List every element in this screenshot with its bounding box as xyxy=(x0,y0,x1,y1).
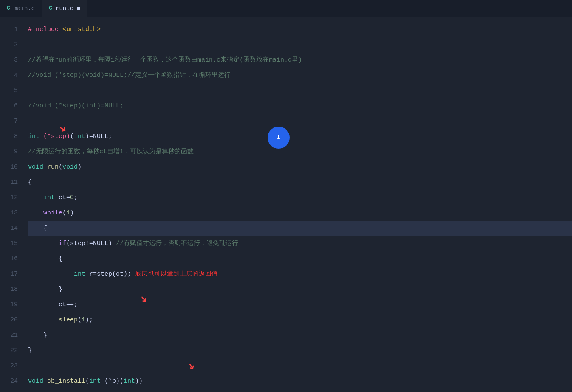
code-line-12: int ct=0; xyxy=(28,190,572,206)
token: ( xyxy=(85,378,89,385)
code-editor[interactable]: #include <unistd.h> //希望在run的循环里，每隔1秒运行一… xyxy=(21,17,572,392)
editor-area: 1 2 3 4 5 6 7 8 9 10 11 12 13 14 15 16 1… xyxy=(0,17,572,392)
line-num-23: 23 xyxy=(5,358,18,374)
code-line-16: { xyxy=(28,251,572,267)
code-line-14: { xyxy=(28,221,572,236)
token: ct= xyxy=(55,194,70,201)
line-num-18: 18 xyxy=(5,282,18,297)
line-num-15: 15 xyxy=(5,236,18,251)
token: )=NULL; xyxy=(85,133,112,140)
line-num-2: 2 xyxy=(5,37,18,53)
token: (step!=NULL) xyxy=(66,240,116,247)
line-num-1: 1 xyxy=(5,22,18,37)
token: 1 xyxy=(66,209,70,217)
token: <unistd.h> xyxy=(62,26,101,33)
token: void xyxy=(62,164,78,171)
token: //void (*step)(void)=NULL;//定义一个函数指针，在循环… xyxy=(28,72,231,79)
token: run xyxy=(47,164,59,171)
token: void xyxy=(28,164,43,171)
token: )) xyxy=(135,378,143,385)
code-line-13: while(1) xyxy=(28,206,572,221)
tab-label-main: main.c xyxy=(14,5,35,12)
token: ( xyxy=(78,316,82,324)
tab-main-c[interactable]: C main.c xyxy=(0,0,42,17)
code-line-4: //void (*step)(void)=NULL;//定义一个函数指针，在循环… xyxy=(28,68,572,83)
token: int xyxy=(89,378,101,385)
code-line-6: //void (*step)(int)=NULL; xyxy=(28,99,572,114)
line-num-9: 9 xyxy=(5,144,18,160)
line-num-21: 21 xyxy=(5,328,18,343)
code-line-15: if(step!=NULL) //有赋值才运行，否则不运行，避免乱运行 xyxy=(28,236,572,251)
token: { xyxy=(28,179,32,186)
token: int xyxy=(28,133,39,140)
code-line-10: void run(void) xyxy=(28,160,572,175)
line-num-4: 4 xyxy=(5,68,18,83)
token: //无限运行的函数，每秒ct自增1，可以认为是算秒的函数 xyxy=(28,148,194,155)
token: 1 xyxy=(82,316,85,324)
token: //有赋值才运行，否则不运行，避免乱运行 xyxy=(116,240,238,247)
token: r=step(ct); xyxy=(85,271,135,278)
line-num-11: 11 xyxy=(5,175,18,190)
tab-run-c[interactable]: C run.c xyxy=(42,0,87,17)
token: { xyxy=(28,225,47,232)
token: //void (*step)(int)=NULL; xyxy=(28,102,124,110)
token: if xyxy=(59,240,66,247)
token: sleep xyxy=(59,316,78,324)
line-num-12: 12 xyxy=(5,190,18,206)
line-num-13: 13 xyxy=(5,206,18,221)
token: int xyxy=(43,194,55,201)
token: } xyxy=(28,347,32,354)
token: ) xyxy=(70,209,74,217)
token: ( xyxy=(59,164,62,171)
token: ); xyxy=(85,316,93,324)
token: } xyxy=(28,332,47,339)
token: 底层也可以拿到上层的返回值 xyxy=(135,271,218,278)
code-line-9: //无限运行的函数，每秒ct自增1，可以认为是算秒的函数 xyxy=(28,144,572,160)
token: int xyxy=(124,378,135,385)
tab-modified-dot xyxy=(77,7,80,10)
code-line-2 xyxy=(28,37,572,53)
token: ct++; xyxy=(28,301,78,308)
line-num-22: 22 xyxy=(5,343,18,358)
tab-icon-main: C xyxy=(7,5,10,11)
token: #include xyxy=(28,26,59,33)
token: //希望在run的循环里，每隔1秒运行一个函数，这个函数由main.c来指定(函… xyxy=(28,56,302,64)
line-num-3: 3 xyxy=(5,53,18,68)
code-line-3: //希望在run的循环里，每隔1秒运行一个函数，这个函数由main.c来指定(函… xyxy=(28,53,572,68)
token xyxy=(28,209,43,217)
token: int xyxy=(74,133,85,140)
line-num-14: 14 xyxy=(5,221,18,236)
line-numbers: 1 2 3 4 5 6 7 8 9 10 11 12 13 14 15 16 1… xyxy=(0,17,21,392)
line-num-10: 10 xyxy=(5,160,18,175)
token: while xyxy=(43,209,62,217)
token: int xyxy=(74,271,85,278)
token: cb_install xyxy=(47,378,85,385)
token: 0 xyxy=(70,194,74,201)
token: ( xyxy=(62,209,66,217)
token xyxy=(28,316,59,324)
code-line-23 xyxy=(28,358,572,374)
token: (*step) xyxy=(43,133,70,140)
code-line-20: sleep(1); xyxy=(28,313,572,328)
code-line-21: } xyxy=(28,328,572,343)
token xyxy=(28,240,59,247)
code-line-17: int r=step(ct); 底层也可以拿到上层的返回值 xyxy=(28,267,572,282)
token: void xyxy=(28,378,43,385)
line-num-8: 8 xyxy=(5,129,18,144)
code-line-24: void cb_install(int (*p)(int)) xyxy=(28,374,572,389)
line-num-5: 5 xyxy=(5,83,18,99)
line-num-7: 7 xyxy=(5,114,18,129)
code-line-19: ct++; xyxy=(28,297,572,313)
line-num-17: 17 xyxy=(5,267,18,282)
token xyxy=(28,271,74,278)
code-line-5 xyxy=(28,83,572,99)
token: } xyxy=(28,286,62,293)
line-num-16: 16 xyxy=(5,251,18,267)
line-num-24: 24 xyxy=(5,374,18,389)
token: ) xyxy=(78,164,82,171)
app-window: C main.c C run.c 1 2 3 4 5 6 7 8 9 10 11… xyxy=(0,0,572,392)
tab-bar: C main.c C run.c xyxy=(0,0,572,17)
code-line-18: } xyxy=(28,282,572,297)
token xyxy=(39,133,43,140)
token: ; xyxy=(74,194,78,201)
